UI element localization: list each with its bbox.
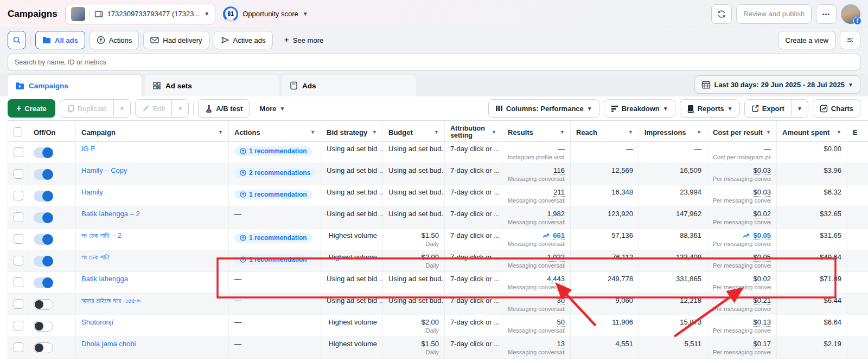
duplicate-dropdown[interactable]: ▼	[113, 100, 130, 117]
profile-avatar[interactable]: f	[841, 4, 860, 24]
recommendation-pill[interactable]: 1 recommendation	[234, 233, 312, 243]
table-header-row: Off/On Campaign▼ Actions▼ Bid strategy▼ …	[8, 120, 868, 142]
more-button[interactable]: More ▼	[254, 99, 290, 118]
campaign-toggle[interactable]	[34, 299, 53, 310]
campaign-name-link[interactable]: অফার প্রাইজে মাত্র -১৫৫০৳	[81, 296, 141, 305]
results-cell: 211Messaging conversati...	[502, 185, 571, 206]
attribution-cell: 7-day click or ...	[445, 185, 502, 206]
filter-see-more[interactable]: + See more	[277, 31, 331, 49]
campaign-toggle[interactable]	[34, 147, 53, 158]
col-actions[interactable]: Actions▼	[229, 121, 321, 141]
col-attribution[interactable]: Attribution setting▼	[445, 121, 502, 141]
amount-spent-value: $2.19	[782, 339, 841, 348]
campaign-name-link[interactable]: লং চেক শার্ট! – 2	[81, 231, 122, 240]
col-impressions[interactable]: Impressions▼	[639, 121, 707, 141]
row-checkbox[interactable]	[14, 234, 23, 244]
opportunity-score[interactable]: 81 Opportunity score ▼	[223, 7, 308, 22]
campaign-name-link[interactable]: Hamily – Copy	[81, 166, 127, 175]
col-cost-per-result[interactable]: Cost per result▼	[707, 121, 777, 141]
trend-up-icon[interactable]: 661	[542, 231, 565, 239]
select-all-checkbox[interactable]	[14, 127, 22, 137]
tab-campaigns[interactable]: Campaigns	[8, 75, 142, 96]
row-checkbox[interactable]	[14, 299, 23, 309]
tab-ads[interactable]: Ads	[282, 75, 416, 96]
create-button[interactable]: + Create	[8, 99, 55, 118]
col-campaign[interactable]: Campaign▼	[76, 121, 229, 141]
campaign-toggle[interactable]	[34, 256, 53, 267]
actions-none: —	[234, 340, 241, 348]
amount-spent-value: $0.00	[782, 144, 841, 153]
search-filter-button[interactable]	[8, 31, 26, 49]
filter-actions[interactable]: Actions	[90, 31, 139, 49]
recommendation-pill[interactable]: 1 recommendation	[234, 255, 312, 264]
table-row: IG F 1 recommendationUsing ad set bid ..…	[8, 142, 868, 164]
row-checkbox[interactable]	[14, 212, 23, 222]
cost-per-result-cell: $0.03Per messaging conver...	[707, 164, 777, 185]
table-row: Hamily 1 recommendationUsing ad set bid …	[8, 185, 868, 207]
recommendation-pill[interactable]: 1 recommendation	[234, 190, 312, 199]
row-checkbox[interactable]	[14, 321, 23, 330]
filter-had-delivery[interactable]: Had delivery	[143, 31, 209, 49]
date-range-button[interactable]: Last 30 days: 29 Jun 2025 - 28 Jul 2025 …	[694, 75, 860, 94]
ad-account-selector[interactable]: 1732309733793477 (17323... ▼	[65, 4, 216, 24]
cost-per-result-type: Per messaging conver...	[713, 327, 771, 334]
campaign-name-link[interactable]: Dhola jama chobi	[81, 339, 136, 348]
recommendation-pill[interactable]: 1 recommendation	[234, 146, 312, 156]
charts-button[interactable]: Charts	[813, 99, 860, 118]
edit-dropdown[interactable]: ▼	[171, 100, 188, 117]
campaign-toggle[interactable]	[34, 169, 53, 180]
col-budget[interactable]: Budget▼	[383, 121, 445, 141]
view-settings-button[interactable]	[840, 31, 860, 49]
cost-per-result-value: $0.13	[713, 317, 771, 327]
search-input[interactable]	[8, 54, 860, 71]
campaign-toggle[interactable]	[34, 234, 53, 245]
trend-up-icon[interactable]: $0.05	[743, 231, 771, 239]
row-checkbox[interactable]	[14, 342, 23, 352]
row-checkbox[interactable]	[14, 256, 23, 265]
budget-cell: Using ad set bud...	[383, 142, 445, 163]
recommendation-pill[interactable]: 2 recommendations	[234, 168, 316, 178]
col-amount-spent[interactable]: Amount spent▼	[777, 121, 847, 141]
campaign-toggle[interactable]	[34, 212, 53, 223]
create-a-view-button[interactable]: Create a view	[778, 31, 835, 49]
campaign-toggle[interactable]	[34, 321, 53, 332]
table-row: Hamily – Copy 2 recommendationsUsing ad …	[8, 164, 868, 185]
cost-per-result-type: Per messaging conver...	[713, 305, 771, 313]
filter-active-ads[interactable]: Active ads	[214, 31, 273, 49]
campaign-name-link[interactable]: Hamily	[81, 187, 103, 197]
tab-ad-sets[interactable]: Ad sets	[145, 75, 279, 96]
refresh-button[interactable]	[711, 4, 732, 24]
duplicate-button[interactable]: Duplicate	[60, 100, 113, 117]
amount-spent-cell: $31.65	[777, 229, 847, 250]
review-and-publish-button[interactable]: Review and publish	[736, 4, 812, 24]
reach-value: 76,112	[576, 252, 633, 262]
reports-button[interactable]: Reports ▼	[680, 99, 740, 118]
campaign-name-link[interactable]: লং চেক শার্ট!	[81, 252, 110, 262]
export-dropdown[interactable]: ▼	[791, 100, 808, 117]
campaign-name-link[interactable]: IG F	[81, 144, 95, 153]
reach-cell: 9,060	[571, 294, 639, 315]
campaign-name-link[interactable]: Shotoronji	[81, 317, 113, 327]
campaign-toggle[interactable]	[34, 191, 53, 202]
col-results[interactable]: Results▼	[502, 121, 571, 141]
row-checkbox[interactable]	[14, 277, 23, 287]
col-bid-strategy[interactable]: Bid strategy▼	[321, 121, 383, 141]
campaign-name-link[interactable]: Batik lahengga – 2	[81, 209, 140, 218]
ab-test-button[interactable]: A/B test	[198, 99, 250, 118]
campaign-toggle[interactable]	[34, 277, 53, 288]
row-checkbox[interactable]	[14, 191, 23, 200]
breakdown-button[interactable]: Breakdown ▼	[604, 99, 675, 118]
col-reach[interactable]: Reach▼	[571, 121, 639, 141]
reach-value: 249,778	[576, 274, 633, 283]
chevron-down-icon: ▼	[663, 106, 668, 112]
more-options-button[interactable]: •••	[816, 4, 837, 24]
columns-button[interactable]: Columns: Performance ▼	[488, 99, 599, 118]
campaign-name-link[interactable]: Batik lahengga	[81, 274, 128, 283]
filter-all-ads[interactable]: All ads	[35, 31, 85, 49]
off-on-cell	[28, 272, 76, 293]
row-checkbox[interactable]	[14, 147, 23, 157]
campaign-toggle[interactable]	[34, 342, 53, 353]
export-button[interactable]: Export	[745, 100, 791, 117]
edit-button[interactable]: Edit	[136, 100, 171, 117]
row-checkbox[interactable]	[14, 169, 23, 179]
